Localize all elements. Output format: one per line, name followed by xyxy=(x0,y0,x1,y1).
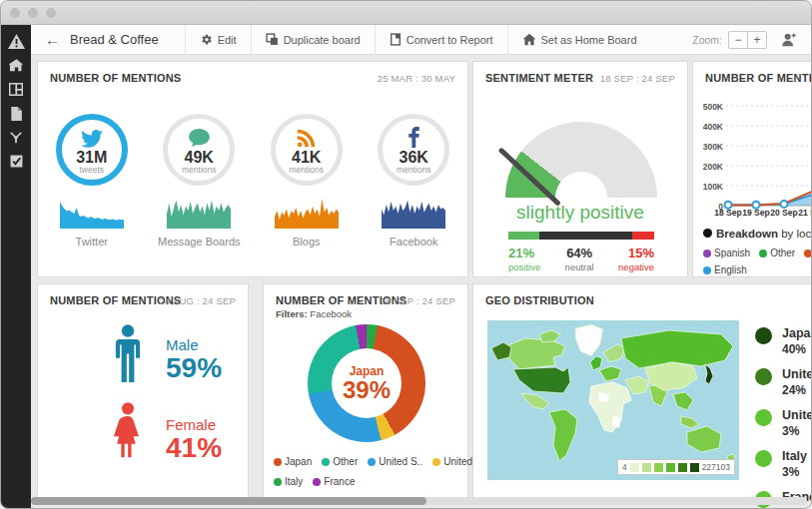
line-chart xyxy=(693,100,811,220)
stat-neutral: 64% neutral xyxy=(565,246,594,272)
twitter-label: Twitter xyxy=(76,236,108,248)
home-icon[interactable] xyxy=(8,57,25,74)
blogs-label: Blogs xyxy=(293,236,321,248)
female-text: Female 41% xyxy=(166,416,222,463)
scale-min: 4 xyxy=(622,462,627,472)
geo-label: United Kingdom xyxy=(782,408,811,422)
legend-japanese[interactable]: Japanese xyxy=(804,248,811,258)
scrollbar-thumb[interactable] xyxy=(31,497,426,505)
geo-pct: 3% xyxy=(782,465,807,479)
duplicate-icon xyxy=(266,33,279,46)
scale-swatch xyxy=(678,463,687,472)
zoom-out-button[interactable]: − xyxy=(728,31,748,49)
male-stat: Male 59% xyxy=(38,324,248,404)
blogs-unit: mentions xyxy=(290,166,325,175)
home-small-icon xyxy=(522,33,536,46)
set-home-board-button[interactable]: Set as Home Board xyxy=(507,25,651,55)
legend-label: English xyxy=(714,264,747,275)
uk-dot-icon xyxy=(432,458,440,466)
zoom-in-button[interactable]: + xyxy=(747,31,767,49)
english-dot-icon xyxy=(703,266,711,274)
world-map-svg xyxy=(487,320,739,480)
donut-chart: Japan 39% xyxy=(308,324,425,442)
bar-neutral xyxy=(539,232,632,240)
panel-mentions-sources: NUMBER OF MENTIONS 25 MAR : 30 MAY 31M t… xyxy=(37,61,468,277)
positive-pct: 21% xyxy=(508,246,540,260)
legend-japan[interactable]: Japan xyxy=(274,456,312,467)
gear-icon xyxy=(200,33,213,46)
geo-legend-japan[interactable]: Japan40% xyxy=(755,326,811,356)
facebook-unit: mentions xyxy=(397,166,431,175)
scale-swatch xyxy=(654,463,663,472)
user-menu-icon[interactable] xyxy=(781,32,797,47)
legend-spanish[interactable]: Spanish xyxy=(703,248,750,258)
legend-english[interactable]: English xyxy=(703,264,747,275)
window-maximize-dot[interactable] xyxy=(46,8,56,18)
duplicate-board-button[interactable]: Duplicate board xyxy=(251,25,375,55)
facebook-value: 36K xyxy=(400,149,428,166)
female-icon xyxy=(108,402,148,476)
tasks-icon[interactable] xyxy=(8,153,25,170)
legend-france[interactable]: France xyxy=(313,476,355,487)
message-boards-label: Message Boards xyxy=(158,236,241,248)
horizontal-scrollbar[interactable] xyxy=(31,497,807,505)
bar-positive xyxy=(508,232,539,240)
twitter-sparkline xyxy=(60,199,124,229)
window-titlebar xyxy=(1,1,811,25)
twitter-value: 31M xyxy=(76,149,107,166)
legend-label: Spanish xyxy=(714,248,750,258)
positive-label: positive xyxy=(508,261,540,272)
edit-label: Edit xyxy=(218,34,237,46)
legend-italy[interactable]: Italy xyxy=(274,476,303,487)
geo-pct: 40% xyxy=(782,342,811,356)
legend-label: Japan xyxy=(285,456,312,467)
reports-icon[interactable] xyxy=(8,105,25,122)
alert-logo-icon[interactable] xyxy=(8,33,25,50)
panel-header: GEO DISTRIBUTION xyxy=(473,284,811,314)
source-message-boards: 49K mentions Message Boards xyxy=(147,114,251,248)
source-metrics-row: 31M tweets Twitter 49K mentions xyxy=(38,114,467,248)
window-close-dot[interactable] xyxy=(10,8,20,18)
scale-swatch xyxy=(630,463,639,472)
source-facebook: 36K mentions Facebook xyxy=(362,114,465,248)
donut-legend-row-2: Italy France xyxy=(274,476,355,487)
blogs-value: 41K xyxy=(292,149,321,166)
sidebar xyxy=(1,25,31,508)
set-home-label: Set as Home Board xyxy=(541,34,637,46)
geo-legend-united-kingdom[interactable]: United Kingdom3% xyxy=(755,408,811,438)
panel-mentions-gender: NUMBER OF MENTIONS 24 AUG : 24 SEP Male … xyxy=(37,283,249,498)
world-map[interactable]: 4 227103 xyxy=(487,320,739,480)
panel-title: GEO DISTRIBUTION xyxy=(485,294,594,306)
japanese-dot-icon xyxy=(804,250,811,257)
edit-button[interactable]: Edit xyxy=(185,25,251,55)
male-label: Male xyxy=(166,336,222,353)
panel-geo-distribution: GEO DISTRIBUTION xyxy=(472,283,811,498)
facebook-label: Facebook xyxy=(390,236,437,248)
app-window: ← Bread & Coffee Edit Duplicate board Co… xyxy=(0,0,812,509)
geo-label: Italy xyxy=(782,449,807,463)
window-minimize-dot[interactable] xyxy=(28,8,38,18)
legend-united-states[interactable]: United S.. xyxy=(368,456,422,467)
breakdown-legend-heading: Breakdown by location xyxy=(703,228,811,240)
geo-legend-united-states[interactable]: United States24% xyxy=(755,367,811,397)
stat-negative: 15% negative xyxy=(618,246,654,272)
male-pct: 59% xyxy=(166,353,222,383)
boards-icon[interactable] xyxy=(8,81,25,98)
legend-label: Italy xyxy=(285,476,303,487)
negative-label: negative xyxy=(618,261,654,272)
legend-other[interactable]: Other xyxy=(759,248,795,258)
satellite-icon[interactable] xyxy=(8,129,25,146)
speech-bubble-icon xyxy=(189,126,210,148)
neutral-label: neutral xyxy=(565,261,594,272)
back-arrow-icon[interactable]: ← xyxy=(31,31,70,48)
legend-label: Other xyxy=(333,456,358,467)
convert-to-report-button[interactable]: Convert to Report xyxy=(375,25,507,55)
legend-other[interactable]: Other xyxy=(322,456,358,467)
geo-pct: 24% xyxy=(782,383,811,397)
uk-geo-dot-icon xyxy=(755,409,772,426)
message-boards-unit: mentions xyxy=(182,166,217,175)
female-stat: Female 41% xyxy=(38,402,248,482)
spanish-dot-icon xyxy=(703,250,711,257)
panel-title: NUMBER OF MENTIONS xyxy=(50,72,181,84)
geo-legend-italy[interactable]: Italy3% xyxy=(755,449,811,479)
